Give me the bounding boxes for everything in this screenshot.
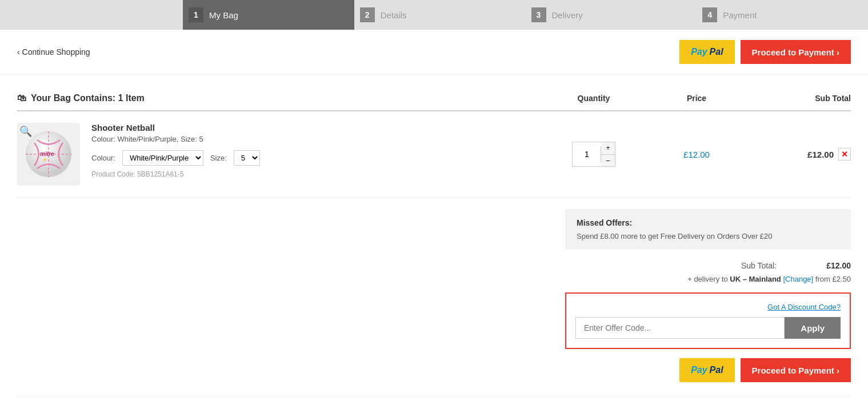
product-selectors: Colour: White/Pink/Purple Size: 5 [91, 150, 542, 166]
proceed-to-payment-button-top[interactable]: Proceed to Payment › [741, 40, 851, 64]
quantity-stepper: + – [601, 142, 614, 167]
discount-code-section: Got A Discount Code? Apply [565, 292, 851, 349]
missed-offers-title: Missed Offers: [577, 218, 839, 227]
step-number-3: 3 [531, 7, 546, 22]
delivery-destination: UK – Mainland [730, 275, 781, 283]
summary-subtotal-label: Sub Total: [741, 261, 777, 270]
continue-shopping-link[interactable]: ‹ Continue Shopping [17, 47, 90, 57]
bag-icon: 🛍 [17, 93, 26, 103]
paypal-pal-text: Pal [710, 47, 723, 57]
column-header-subtotal: Sub Total [748, 94, 851, 103]
paypal-button-bottom[interactable]: PayPal [679, 358, 734, 382]
product-zoom-icon[interactable]: 🔍 [19, 125, 32, 138]
item-price: £12.00 [683, 150, 710, 159]
bottom-actions: PayPal Proceed to Payment › [565, 358, 851, 382]
price-column: £12.00 [645, 150, 748, 159]
product-code-value: 5BB1251A61-5 [137, 170, 183, 178]
proceed-to-payment-button-bottom[interactable]: Proceed to Payment › [741, 358, 851, 382]
size-select[interactable]: 5 [234, 150, 260, 166]
size-label: Size: [210, 154, 227, 162]
paypal-pay-text-bottom: Pay [691, 365, 707, 375]
step-number-1: 1 [189, 7, 203, 22]
bag-header: 🛍 Your Bag Contains: 1 Item Quantity Pri… [17, 86, 851, 111]
colour-label: Colour: [91, 154, 115, 162]
product-code-label: Product Code: [91, 170, 135, 178]
remove-item-button[interactable]: ✕ [838, 148, 851, 161]
quantity-column: + – [542, 142, 645, 167]
missed-offers-box: Missed Offers: Spend £8.00 more to get F… [565, 209, 851, 250]
svg-text:mitre: mitre [40, 151, 54, 157]
bag-title: 🛍 Your Bag Contains: 1 Item [17, 93, 542, 103]
product-variant: Colour: White/Pink/Purple, Size: 5 [91, 135, 542, 143]
product-image-wrap: mitre ⚡ 🔍 [17, 123, 80, 186]
step-details[interactable]: 2 Details [354, 0, 526, 30]
step-label-payment: Payment [723, 10, 757, 20]
apply-discount-button[interactable]: Apply [785, 317, 841, 339]
step-label-delivery: Delivery [552, 10, 583, 20]
subtotal-column: £12.00 ✕ [748, 148, 851, 161]
payment-icons: VISA PPayPal [17, 407, 158, 413]
right-panel: Missed Offers: Spend £8.00 more to get F… [17, 209, 851, 391]
delivery-change-link[interactable]: [Change] [783, 275, 813, 283]
product-info: mitre ⚡ 🔍 Shooter Netball Colour: White/… [17, 123, 542, 186]
product-name: Shooter Netball [91, 123, 542, 133]
quantity-control: + – [572, 142, 615, 167]
column-header-quantity: Quantity [542, 94, 645, 103]
main-content: 🛍 Your Bag Contains: 1 Item Quantity Pri… [0, 75, 868, 413]
missed-offers-text: Spend £8.00 more to get Free Delivery on… [577, 232, 839, 240]
svg-text:⚡: ⚡ [42, 157, 47, 162]
paypal-pay-text: Pay [691, 47, 707, 57]
quantity-increase-button[interactable]: + [601, 142, 614, 155]
product-row: mitre ⚡ 🔍 Shooter Netball Colour: White/… [17, 111, 851, 198]
step-delivery[interactable]: 3 Delivery [526, 0, 697, 30]
step-number-4: 4 [702, 7, 717, 22]
progress-bar: 1 My Bag 2 Details 3 Delivery 4 Payment [0, 0, 868, 30]
summary-subtotal-value: £12.00 [811, 261, 851, 270]
delivery-info-row: + delivery to UK – Mainland [Change] fro… [565, 275, 851, 283]
quantity-input[interactable] [573, 146, 601, 162]
action-bar-right: PayPal Proceed to Payment › [679, 40, 851, 64]
step-label-mybag: My Bag [209, 10, 238, 20]
delivery-from: from £2.50 [815, 275, 851, 283]
paypal-button[interactable]: PayPal [679, 40, 734, 64]
step-mybag[interactable]: 1 My Bag [183, 0, 354, 30]
colour-select[interactable]: White/Pink/Purple [122, 150, 203, 166]
discount-code-link[interactable]: Got A Discount Code? [575, 303, 841, 311]
paypal-pal-text-bottom: Pal [710, 365, 723, 375]
delivery-text: + delivery to [687, 275, 727, 283]
action-bar: ‹ Continue Shopping PayPal Proceed to Pa… [0, 30, 868, 75]
column-header-price: Price [645, 94, 748, 103]
offer-code-input[interactable] [575, 317, 785, 339]
step-payment[interactable]: 4 Payment [697, 0, 868, 30]
product-code: Product Code: 5BB1251A61-5 [91, 170, 542, 178]
quantity-decrease-button[interactable]: – [601, 155, 614, 167]
bag-title-text: Your Bag Contains: 1 Item [31, 93, 145, 103]
step-number-2: 2 [360, 7, 375, 22]
item-subtotal: £12.00 [807, 150, 834, 159]
step-label-details: Details [381, 10, 407, 20]
discount-input-row: Apply [575, 317, 841, 339]
summary-subtotal-row: Sub Total: £12.00 [565, 261, 851, 270]
product-details: Shooter Netball Colour: White/Pink/Purpl… [91, 123, 542, 178]
